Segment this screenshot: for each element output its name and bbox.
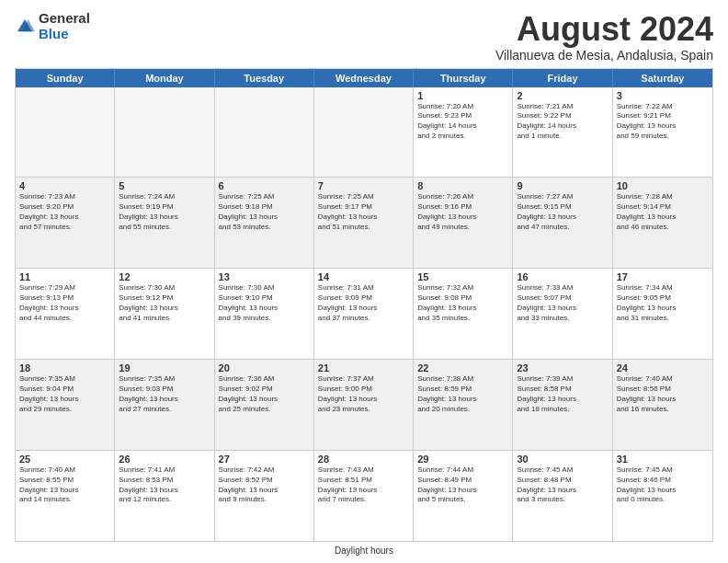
day-number: 20 bbox=[219, 362, 310, 373]
logo-icon bbox=[15, 17, 35, 37]
calendar-cell: 21Sunrise: 7:37 AMSunset: 9:00 PMDayligh… bbox=[314, 360, 414, 450]
cell-info: Sunrise: 7:23 AMSunset: 9:20 PMDaylight:… bbox=[19, 192, 110, 232]
cell-info: Sunrise: 7:24 AMSunset: 9:19 PMDaylight:… bbox=[119, 192, 210, 232]
day-number: 4 bbox=[19, 180, 110, 191]
logo-general: General bbox=[39, 11, 90, 27]
cell-info: Sunrise: 7:38 AMSunset: 8:59 PMDaylight:… bbox=[417, 374, 508, 414]
cell-info: Sunrise: 7:28 AMSunset: 9:14 PMDaylight:… bbox=[617, 192, 709, 232]
header-day-wednesday: Wednesday bbox=[314, 69, 414, 87]
calendar-cell bbox=[16, 87, 115, 178]
day-number: 16 bbox=[517, 271, 608, 282]
page: General Blue August 2024 Villanueva de M… bbox=[0, 0, 728, 563]
cell-info: Sunrise: 7:35 AMSunset: 9:03 PMDaylight:… bbox=[119, 374, 210, 414]
day-number: 17 bbox=[617, 271, 709, 282]
day-number: 14 bbox=[318, 271, 409, 282]
cell-info: Sunrise: 7:44 AMSunset: 8:49 PMDaylight:… bbox=[417, 465, 508, 505]
calendar-cell: 15Sunrise: 7:32 AMSunset: 9:08 PMDayligh… bbox=[414, 269, 513, 359]
calendar-cell: 12Sunrise: 7:30 AMSunset: 9:12 PMDayligh… bbox=[115, 269, 214, 359]
calendar-cell: 25Sunrise: 7:40 AMSunset: 8:55 PMDayligh… bbox=[16, 451, 115, 541]
cell-info: Sunrise: 7:37 AMSunset: 9:00 PMDaylight:… bbox=[318, 374, 409, 414]
day-number: 21 bbox=[318, 362, 409, 373]
header: General Blue August 2024 Villanueva de M… bbox=[15, 11, 713, 63]
main-title: August 2024 bbox=[495, 11, 713, 48]
day-number: 19 bbox=[119, 362, 210, 373]
logo: General Blue bbox=[15, 11, 90, 41]
day-number: 25 bbox=[19, 454, 110, 465]
calendar-cell: 29Sunrise: 7:44 AMSunset: 8:49 PMDayligh… bbox=[414, 451, 513, 541]
calendar-cell bbox=[115, 87, 214, 178]
calendar-cell: 1Sunrise: 7:20 AMSunset: 9:23 PMDaylight… bbox=[414, 87, 513, 178]
header-day-monday: Monday bbox=[115, 69, 214, 87]
header-day-friday: Friday bbox=[513, 69, 612, 87]
calendar-cell: 24Sunrise: 7:40 AMSunset: 8:56 PMDayligh… bbox=[613, 360, 712, 450]
cell-info: Sunrise: 7:30 AMSunset: 9:10 PMDaylight:… bbox=[219, 283, 310, 323]
cell-info: Sunrise: 7:31 AMSunset: 9:09 PMDaylight:… bbox=[318, 283, 409, 323]
logo-text: General Blue bbox=[39, 11, 90, 41]
cell-info: Sunrise: 7:26 AMSunset: 9:16 PMDaylight:… bbox=[417, 192, 508, 232]
day-number: 10 bbox=[617, 180, 709, 191]
footer-note: Daylight hours bbox=[15, 546, 713, 556]
day-number: 7 bbox=[318, 180, 409, 191]
calendar-row-4: 25Sunrise: 7:40 AMSunset: 8:55 PMDayligh… bbox=[16, 451, 712, 541]
cell-info: Sunrise: 7:42 AMSunset: 8:52 PMDaylight:… bbox=[219, 465, 310, 505]
calendar-cell: 22Sunrise: 7:38 AMSunset: 8:59 PMDayligh… bbox=[414, 360, 513, 450]
day-number: 5 bbox=[119, 180, 210, 191]
calendar-cell: 30Sunrise: 7:45 AMSunset: 8:48 PMDayligh… bbox=[513, 451, 612, 541]
cell-info: Sunrise: 7:21 AMSunset: 9:22 PMDaylight:… bbox=[517, 102, 608, 142]
calendar-cell: 10Sunrise: 7:28 AMSunset: 9:14 PMDayligh… bbox=[613, 178, 712, 268]
day-number: 29 bbox=[417, 454, 508, 465]
header-day-tuesday: Tuesday bbox=[215, 69, 314, 87]
header-day-thursday: Thursday bbox=[414, 69, 513, 87]
calendar-cell: 4Sunrise: 7:23 AMSunset: 9:20 PMDaylight… bbox=[16, 178, 115, 268]
day-number: 2 bbox=[517, 90, 608, 101]
logo-blue: Blue bbox=[39, 27, 90, 42]
calendar-cell: 9Sunrise: 7:27 AMSunset: 9:15 PMDaylight… bbox=[513, 178, 612, 268]
day-number: 11 bbox=[19, 271, 110, 282]
calendar-cell: 20Sunrise: 7:36 AMSunset: 9:02 PMDayligh… bbox=[215, 360, 314, 450]
day-number: 30 bbox=[517, 454, 608, 465]
calendar-cell: 23Sunrise: 7:39 AMSunset: 8:58 PMDayligh… bbox=[513, 360, 612, 450]
calendar-row-3: 18Sunrise: 7:35 AMSunset: 9:04 PMDayligh… bbox=[16, 360, 712, 451]
calendar-cell: 18Sunrise: 7:35 AMSunset: 9:04 PMDayligh… bbox=[16, 360, 115, 450]
cell-info: Sunrise: 7:25 AMSunset: 9:17 PMDaylight:… bbox=[318, 192, 409, 232]
calendar-cell bbox=[314, 87, 414, 178]
day-number: 24 bbox=[617, 362, 709, 373]
calendar-cell: 19Sunrise: 7:35 AMSunset: 9:03 PMDayligh… bbox=[115, 360, 214, 450]
day-number: 1 bbox=[417, 90, 508, 101]
day-number: 27 bbox=[219, 454, 310, 465]
day-number: 8 bbox=[417, 180, 508, 191]
calendar-row-2: 11Sunrise: 7:29 AMSunset: 9:13 PMDayligh… bbox=[16, 269, 712, 360]
day-number: 12 bbox=[119, 271, 210, 282]
cell-info: Sunrise: 7:41 AMSunset: 8:53 PMDaylight:… bbox=[119, 465, 210, 505]
day-number: 26 bbox=[119, 454, 210, 465]
day-number: 9 bbox=[517, 180, 608, 191]
calendar-cell: 14Sunrise: 7:31 AMSunset: 9:09 PMDayligh… bbox=[314, 269, 414, 359]
cell-info: Sunrise: 7:22 AMSunset: 9:21 PMDaylight:… bbox=[617, 102, 709, 142]
calendar-row-0: 1Sunrise: 7:20 AMSunset: 9:23 PMDaylight… bbox=[16, 87, 712, 178]
day-number: 13 bbox=[219, 271, 310, 282]
calendar-cell: 28Sunrise: 7:43 AMSunset: 8:51 PMDayligh… bbox=[314, 451, 414, 541]
header-day-saturday: Saturday bbox=[613, 69, 712, 87]
cell-info: Sunrise: 7:29 AMSunset: 9:13 PMDaylight:… bbox=[19, 283, 110, 323]
cell-info: Sunrise: 7:35 AMSunset: 9:04 PMDaylight:… bbox=[19, 374, 110, 414]
cell-info: Sunrise: 7:34 AMSunset: 9:05 PMDaylight:… bbox=[617, 283, 709, 323]
cell-info: Sunrise: 7:25 AMSunset: 9:18 PMDaylight:… bbox=[219, 192, 310, 232]
calendar-row-1: 4Sunrise: 7:23 AMSunset: 9:20 PMDaylight… bbox=[16, 178, 712, 269]
calendar-cell: 11Sunrise: 7:29 AMSunset: 9:13 PMDayligh… bbox=[16, 269, 115, 359]
cell-info: Sunrise: 7:45 AMSunset: 8:46 PMDaylight:… bbox=[617, 465, 709, 505]
day-number: 23 bbox=[517, 362, 608, 373]
calendar-cell: 7Sunrise: 7:25 AMSunset: 9:17 PMDaylight… bbox=[314, 178, 414, 268]
cell-info: Sunrise: 7:30 AMSunset: 9:12 PMDaylight:… bbox=[119, 283, 210, 323]
calendar-cell: 13Sunrise: 7:30 AMSunset: 9:10 PMDayligh… bbox=[215, 269, 314, 359]
cell-info: Sunrise: 7:40 AMSunset: 8:56 PMDaylight:… bbox=[617, 374, 709, 414]
cell-info: Sunrise: 7:45 AMSunset: 8:48 PMDaylight:… bbox=[517, 465, 608, 505]
calendar-cell: 5Sunrise: 7:24 AMSunset: 9:19 PMDaylight… bbox=[115, 178, 214, 268]
cell-info: Sunrise: 7:36 AMSunset: 9:02 PMDaylight:… bbox=[219, 374, 310, 414]
day-number: 22 bbox=[417, 362, 508, 373]
cell-info: Sunrise: 7:39 AMSunset: 8:58 PMDaylight:… bbox=[517, 374, 608, 414]
day-number: 3 bbox=[617, 90, 709, 101]
cell-info: Sunrise: 7:27 AMSunset: 9:15 PMDaylight:… bbox=[517, 192, 608, 232]
title-block: August 2024 Villanueva de Mesia, Andalus… bbox=[495, 11, 713, 63]
calendar-cell: 27Sunrise: 7:42 AMSunset: 8:52 PMDayligh… bbox=[215, 451, 314, 541]
day-number: 28 bbox=[318, 454, 409, 465]
